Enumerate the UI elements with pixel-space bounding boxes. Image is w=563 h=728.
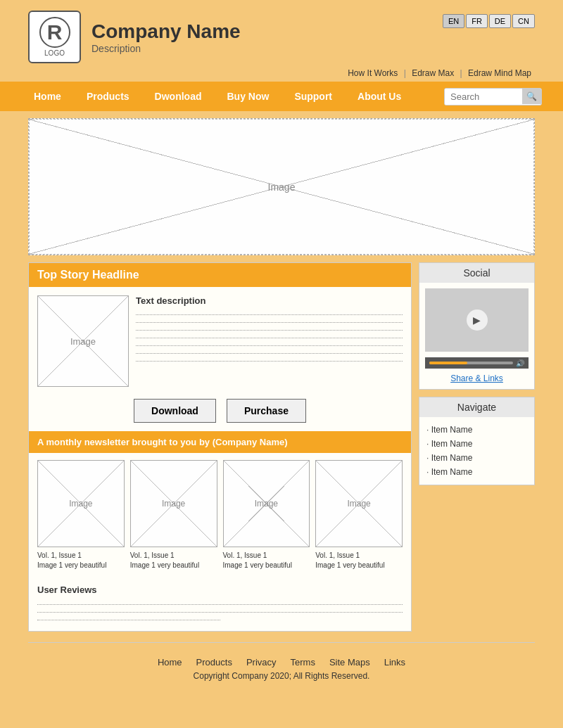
nl-image-label-4: Image — [347, 499, 370, 509]
reviews-section: User Reviews — [29, 577, 411, 631]
nav-download[interactable]: Dwonload — [142, 91, 215, 102]
footer-divider — [28, 642, 535, 643]
nl-caption-4: Vol. 1, Issue 1 Image 1 very beautiful — [315, 551, 403, 570]
company-name: Company Name — [91, 20, 241, 43]
nav-home[interactable]: Home — [21, 91, 74, 102]
logo-symbol: R — [39, 17, 70, 48]
header: R LOGO Company Name Description EN FR DE… — [0, 0, 563, 67]
navbar: Home Products Dwonload Buy Now Support A… — [0, 82, 563, 111]
search-input[interactable] — [445, 89, 522, 105]
dotted-line-5 — [136, 340, 403, 346]
reviews-title: User Reviews — [37, 585, 403, 595]
content-right: Social ▶ 🔊 Share & Links Navigate Item N… — [419, 262, 535, 632]
navigate-item-2[interactable]: Item Name — [426, 437, 527, 451]
purchase-button[interactable]: Purchase — [227, 399, 306, 423]
sub-header: How It Works | Edraw Max | Edraw Mind Ma… — [0, 67, 563, 82]
footer: Home Products Privacy Terms Site Maps Li… — [0, 653, 563, 691]
lang-de[interactable]: DE — [489, 14, 511, 28]
story-body: Image Text description — [29, 287, 411, 395]
company-description: Description — [91, 43, 241, 54]
newsletter-item-3: Image Vol. 1, Issue 1 Image 1 very beaut… — [223, 460, 310, 570]
logo-text: LOGO — [44, 49, 65, 57]
navigate-box: Navigate Item Name Item Name Item Name I… — [419, 397, 535, 485]
story-text-title: Text description — [136, 295, 403, 306]
search-box: 🔍 — [444, 88, 542, 106]
nl-caption-2: Vol. 1, Issue 1 Image 1 very beautiful — [130, 551, 217, 570]
newsletter-item-4: Image Vol. 1, Issue 1 Image 1 very beaut… — [315, 460, 403, 570]
story-header: Top Story Headline — [29, 263, 411, 287]
progress-fill — [429, 362, 467, 364]
story-text: Text description — [136, 295, 403, 387]
dotted-line-3 — [136, 325, 403, 331]
dotted-line-4 — [136, 333, 403, 338]
navigate-title: Navigate — [419, 397, 534, 417]
sub-link-edraw-max[interactable]: Edraw Max — [412, 68, 454, 78]
dotted-line-6 — [136, 348, 403, 354]
dotted-line-7 — [136, 356, 403, 362]
nl-image-1: Image — [37, 460, 125, 547]
share-links: Share & Links — [419, 369, 534, 389]
sub-link-edraw-mind-map[interactable]: Edraw Mind Map — [468, 68, 531, 78]
social-title: Social — [419, 263, 534, 283]
hero-label: Image — [268, 181, 296, 193]
footer-links: Home Products Privacy Terms Site Maps Li… — [0, 657, 563, 668]
lang-cn[interactable]: CN — [512, 14, 535, 28]
nav-buy-now[interactable]: Buy Now — [214, 91, 282, 102]
hero-image: Image — [28, 118, 535, 255]
review-line-2 — [37, 607, 403, 613]
nav-about-us[interactable]: About Us — [345, 91, 414, 102]
search-button[interactable]: 🔍 — [522, 89, 541, 104]
sub-link-how-it-works[interactable]: How It Works — [348, 68, 398, 78]
nl-caption-3: Vol. 1, Issue 1 Image 1 very beautiful — [223, 551, 310, 570]
review-line-3 — [37, 615, 220, 620]
story-image-label: Image — [70, 336, 96, 347]
company-info: Company Name Description — [91, 20, 241, 54]
main-content: Top Story Headline Image Text descriptio… — [28, 262, 535, 632]
lang-fr[interactable]: FR — [466, 14, 488, 28]
play-button[interactable]: ▶ — [467, 309, 488, 331]
nl-image-label-2: Image — [162, 499, 185, 509]
footer-link-privacy[interactable]: Privacy — [246, 657, 277, 668]
footer-link-home[interactable]: Home — [158, 657, 182, 668]
navigate-item-4[interactable]: Item Name — [426, 465, 527, 479]
nav-support[interactable]: Support — [282, 91, 345, 102]
video-controls: 🔊 — [425, 357, 529, 369]
newsletter-item-1: Image Vol. 1, Issue 1 Image 1 very beaut… — [37, 460, 125, 570]
navigate-item-1[interactable]: Item Name — [426, 423, 527, 437]
footer-link-products[interactable]: Products — [196, 657, 232, 668]
language-switcher: EN FR DE CN — [443, 14, 535, 28]
newsletter-header: A monthly newsletter brought to you by (… — [29, 431, 411, 453]
story-buttons: Download Purchase — [29, 395, 411, 431]
footer-copyright: Copyright Company 2020; All Rights Reser… — [0, 671, 563, 681]
newsletter-item-2: Image Vol. 1, Issue 1 Image 1 very beaut… — [130, 460, 217, 570]
header-left: R LOGO Company Name Description — [28, 11, 241, 63]
navigate-items: Item Name Item Name Item Name Item Name — [419, 417, 534, 485]
share-links-button[interactable]: Share & Links — [450, 373, 503, 383]
volume-icon: 🔊 — [516, 359, 524, 367]
nav-products[interactable]: Products — [74, 91, 142, 102]
nl-caption-1: Vol. 1, Issue 1 Image 1 very beautiful — [37, 551, 125, 570]
navigate-item-3[interactable]: Item Name — [426, 451, 527, 465]
newsletter-grid: Image Vol. 1, Issue 1 Image 1 very beaut… — [29, 453, 411, 577]
nl-image-3: Image — [223, 460, 310, 547]
footer-link-terms[interactable]: Terms — [291, 657, 315, 668]
video-player[interactable]: ▶ — [425, 288, 529, 352]
dotted-line-1 — [136, 309, 403, 315]
social-box: Social ▶ 🔊 Share & Links — [419, 262, 535, 390]
content-left: Top Story Headline Image Text descriptio… — [28, 262, 412, 632]
progress-bar[interactable] — [429, 362, 513, 364]
nl-image-label-3: Image — [255, 499, 278, 509]
footer-link-sitemaps[interactable]: Site Maps — [329, 657, 370, 668]
lang-en[interactable]: EN — [443, 14, 464, 28]
nl-image-2: Image — [130, 460, 217, 547]
review-line-1 — [37, 599, 403, 605]
logo: R LOGO — [28, 11, 81, 63]
footer-link-links[interactable]: Links — [384, 657, 405, 668]
nl-image-label-1: Image — [69, 499, 92, 509]
story-image: Image — [37, 295, 129, 387]
dotted-line-2 — [136, 317, 403, 323]
download-button[interactable]: Download — [134, 399, 216, 423]
nl-image-4: Image — [315, 460, 403, 547]
